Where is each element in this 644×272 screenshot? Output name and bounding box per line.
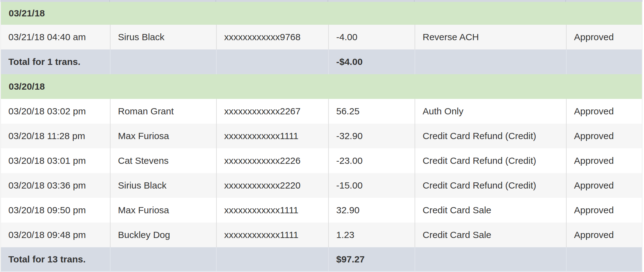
cell-transaction-type: Credit Card Refund (Credit) [415,173,566,198]
cell-transaction-type: Auth Only [415,99,566,124]
cropped-header-edge [0,0,642,2]
cell-card-number: xxxxxxxxxxxx2267 [216,99,328,124]
date-group-header: 03/21/18 [1,2,642,25]
cell-amount: 1.23 [328,223,415,247]
cell-datetime: 03/20/18 09:48 pm [1,223,110,247]
cell-card-number: xxxxxxxxxxxx2226 [216,148,328,173]
cell-amount: 32.90 [328,198,415,223]
cell-transaction-type: Credit Card Sale [415,198,566,223]
cell-amount: -4.00 [328,25,415,49]
transaction-row[interactable]: 03/20/18 09:48 pm Buckley Dog xxxxxxxxxx… [1,223,642,247]
cell-transaction-type: Credit Card Refund (Credit) [415,148,566,173]
cell-amount: -15.00 [328,173,415,198]
cell-customer-name: Sirius Black [110,173,216,198]
cell-status: Approved [566,148,642,173]
cropped-header-segment [328,0,414,2]
cell-transaction-type: Credit Card Refund (Credit) [415,124,566,148]
cell-datetime: 03/20/18 09:50 pm [1,198,110,223]
cell-status: Approved [566,124,642,148]
transaction-row[interactable]: 03/20/18 11:28 pm Max Furiosa xxxxxxxxxx… [1,124,642,148]
cell-card-number: xxxxxxxxxxxx1111 [216,124,328,148]
cropped-header-segment [0,0,109,2]
cell-amount: 56.25 [328,99,415,124]
cell-card-number: xxxxxxxxxxxx1111 [216,223,328,247]
transaction-row[interactable]: 03/21/18 04:40 am Sirus Black xxxxxxxxxx… [1,25,642,49]
cell-total-label: Total for 1 trans. [1,49,110,74]
cell-status: Approved [566,173,642,198]
transaction-row[interactable]: 03/20/18 09:50 pm Max Furiosa xxxxxxxxxx… [1,198,642,223]
cell-card-number: xxxxxxxxxxxx2220 [216,173,328,198]
cell-status: Approved [566,198,642,223]
cell-transaction-type: Credit Card Sale [415,223,566,247]
date-group-header: 03/20/18 [1,74,642,99]
transactions-table: 03/21/18 03/21/18 04:40 am Sirus Black x… [0,2,642,271]
cell-datetime: 03/20/18 03:36 pm [1,173,110,198]
cell-customer-name: Max Furiosa [110,124,216,148]
cell-card-number: xxxxxxxxxxxx1111 [216,198,328,223]
cropped-header-segment [109,0,215,2]
cell-customer-name: Cat Stevens [110,148,216,173]
cropped-header-segment [414,0,565,2]
cell-datetime: 03/21/18 04:40 am [1,25,110,49]
group-total-row: Total for 1 trans. -$4.00 [1,49,642,74]
date-group-label: 03/21/18 [9,8,45,19]
cell-customer-name: Sirus Black [110,25,216,49]
cell-status: Approved [566,25,642,49]
transaction-row[interactable]: 03/20/18 03:36 pm Sirius Black xxxxxxxxx… [1,173,642,198]
cell-amount: -23.00 [328,148,415,173]
group-total-row: Total for 13 trans. $97.27 [1,247,642,271]
date-group-label: 03/20/18 [9,81,45,92]
cell-transaction-type: Reverse ACH [415,25,566,49]
cell-datetime: 03/20/18 03:01 pm [1,148,110,173]
transaction-row[interactable]: 03/20/18 03:01 pm Cat Stevens xxxxxxxxxx… [1,148,642,173]
cell-customer-name: Buckley Dog [110,223,216,247]
cell-datetime: 03/20/18 11:28 pm [1,124,110,148]
cropped-header-segment [565,0,642,2]
cell-total-amount: -$4.00 [328,49,415,74]
cell-datetime: 03/20/18 03:02 pm [1,99,110,124]
cropped-header-segment [215,0,328,2]
cell-total-amount: $97.27 [328,247,415,271]
transaction-row[interactable]: 03/20/18 03:02 pm Roman Grant xxxxxxxxxx… [1,99,642,124]
cell-customer-name: Roman Grant [110,99,216,124]
cell-status: Approved [566,99,642,124]
cell-card-number: xxxxxxxxxxxx9768 [216,25,328,49]
cell-status: Approved [566,223,642,247]
cell-customer-name: Max Furiosa [110,198,216,223]
cell-total-label: Total for 13 trans. [1,247,110,271]
cell-amount: -32.90 [328,124,415,148]
